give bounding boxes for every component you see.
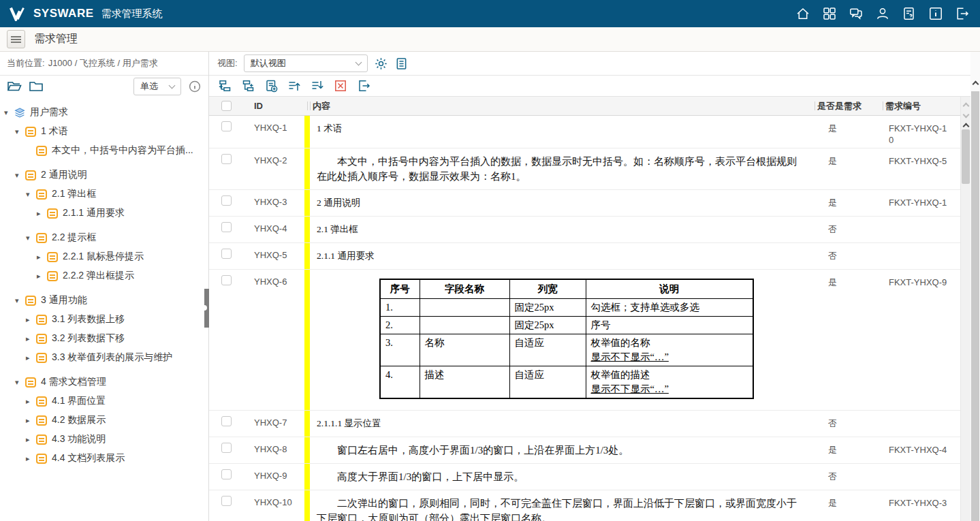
table-row[interactable]: YHXQ-10 二次弹出的窗口，原则相同，同时，不可完全盖住下层窗口，界面上沿低… [209,490,960,521]
add-sibling-node-icon[interactable] [217,79,232,93]
select-all-checkbox[interactable] [221,101,232,111]
settings-gear-icon[interactable] [374,57,388,71]
info-circle-icon[interactable] [188,80,202,93]
tree-item[interactable]: 3.2 列表数据下移 [0,329,208,348]
tree-item[interactable]: 2.2 提示框 [0,228,208,247]
add-document-icon[interactable] [264,79,278,93]
tree-expand-toggle[interactable] [26,454,36,463]
row-checkbox[interactable] [221,195,232,206]
export-icon[interactable] [356,79,370,93]
row-checkbox[interactable] [221,496,232,506]
tree-item-label: 2 通用说明 [41,169,87,181]
user-icon[interactable] [874,5,891,22]
help-doc-icon[interactable] [901,5,917,22]
tree-item[interactable]: 4.1 界面位置 [0,392,208,411]
delete-icon[interactable] [333,79,347,93]
table-row[interactable]: YHXQ-9 高度大于界面1/3的窗口，上下居中显示。 否 [209,464,960,490]
logout-icon[interactable] [954,5,970,22]
scroll-up-arrow[interactable] [963,123,970,130]
tree-expand-toggle[interactable] [15,296,25,305]
row-checkbox[interactable] [221,416,232,426]
messages-icon[interactable] [848,5,864,22]
table-row[interactable]: YHXQ-2 本文中，中括号中内容为平台插入的数据，数据显示时无中括号。如：名称… [209,148,960,190]
tree-item[interactable]: 3 通用功能 [0,291,208,310]
chevron-down-icon [355,59,362,66]
tree-expand-toggle[interactable] [26,334,36,343]
tree-expand-toggle[interactable] [37,253,47,262]
tree-item-label: 3 通用功能 [41,294,87,306]
column-resize-handle[interactable] [815,101,815,110]
table-scrollbar-thumb[interactable] [962,129,970,184]
tree-expand-toggle[interactable] [26,315,36,324]
scroll-down-icon[interactable] [963,112,970,119]
folder-open-icon[interactable] [7,80,22,93]
tree-item[interactable]: 4.4 文档列表展示 [0,449,208,468]
cell-requirement-no [880,411,960,437]
column-resize-handle[interactable] [307,101,308,110]
table-row[interactable]: YHXQ-1 1 术语 是 FKXT-YHXQ-10 [209,116,960,148]
tree-item[interactable]: 3.3 枚举值列表的展示与维护 [0,348,208,367]
tree-item[interactable]: 2 通用说明 [0,165,208,185]
tree-expand-toggle[interactable] [15,127,25,136]
tree-item[interactable]: 本文中，中括号中内容为平台插... [0,141,208,160]
folder-closed-icon[interactable] [29,80,44,93]
tree-item[interactable]: 2.2.2 弹出框提示 [0,266,208,285]
view-config-icon[interactable] [394,57,409,71]
tree-expand-toggle[interactable] [26,353,36,362]
table-row[interactable]: YHXQ-6 序号 字段名称 列宽 说明 1. [209,270,960,411]
tree-expand-toggle[interactable] [15,171,25,180]
panel-collapse-handle[interactable] [204,289,209,328]
tree-item[interactable]: 3.1 列表数据上移 [0,310,208,329]
row-checkbox[interactable] [221,469,232,479]
column-resize-handle[interactable] [883,101,883,110]
tree-expand-toggle[interactable] [15,378,25,387]
row-checkbox[interactable] [221,249,232,259]
table-row[interactable]: YHXQ-5 2.1.1 通用要求 否 [209,243,960,270]
tree-expand-toggle[interactable] [26,190,36,199]
row-checkbox[interactable] [221,121,232,131]
tree-expand-toggle[interactable] [26,397,36,406]
document-icon [36,146,47,156]
page-scrollbar[interactable] [970,52,980,521]
tree-item[interactable]: 2.1.1 通用要求 [0,204,208,223]
home-icon[interactable] [795,5,811,22]
cell-content: 高度大于界面1/3的窗口，上下居中显示。 [304,464,812,490]
tree-item[interactable]: 1 术语 [0,122,208,141]
tree-item-label: 4.3 功能说明 [52,433,106,445]
row-checkbox[interactable] [221,275,232,285]
selection-mode-select[interactable]: 单选 [133,78,181,95]
tree-expand-toggle[interactable] [37,272,47,281]
tree-item[interactable]: 2.1 弹出框 [0,185,208,204]
tree-expand-toggle[interactable] [26,234,36,242]
column-resize-handle[interactable] [310,101,311,110]
embedded-row: 1. 固定25px 勾选框；支持单选或多选 [380,299,753,317]
tree-expand-toggle[interactable] [26,416,36,425]
row-checkbox[interactable] [221,154,232,164]
add-child-node-icon[interactable] [240,79,255,93]
tree-item[interactable]: 4.2 数据展示 [0,411,208,430]
scroll-up-arrow[interactable] [973,81,979,88]
info-icon[interactable] [928,5,944,22]
tree-item[interactable]: 4 需求文档管理 [0,373,208,392]
row-checkbox[interactable] [221,443,232,453]
apps-icon[interactable] [821,5,838,22]
tree-item-root[interactable]: 用户需求 [0,103,208,122]
tree-expand-toggle[interactable] [37,209,47,218]
tree-item[interactable]: 4.3 功能说明 [0,430,208,449]
table-scrollbar[interactable] [960,97,970,521]
move-down-icon[interactable] [310,79,324,93]
table-row[interactable]: YHXQ-4 2.1 弹出框 否 [209,217,960,243]
row-checkbox[interactable] [221,222,232,232]
tree-expand-toggle[interactable] [4,108,14,117]
table-row[interactable]: YHXQ-7 2.1.1.1 显示位置 否 [209,411,960,437]
scroll-up-icon[interactable] [963,103,970,110]
tree-item[interactable]: 2.2.1 鼠标悬停提示 [0,247,208,266]
tree-expand-toggle[interactable] [26,435,36,444]
table-row[interactable]: YHXQ-8 窗口左右居中，高度小于界面1/3的窗口，上沿在界面上方1/3处。 … [209,437,960,464]
view-select[interactable]: 默认视图 [244,54,368,72]
menu-button[interactable] [7,30,25,48]
move-up-icon[interactable] [287,79,301,93]
tree-item-label: 4.1 界面位置 [52,395,106,407]
table-row[interactable]: YHXQ-3 2 通用说明 是 FKXT-YHXQ-1 [209,190,960,217]
page-scrollbar-thumb[interactable] [971,91,979,521]
